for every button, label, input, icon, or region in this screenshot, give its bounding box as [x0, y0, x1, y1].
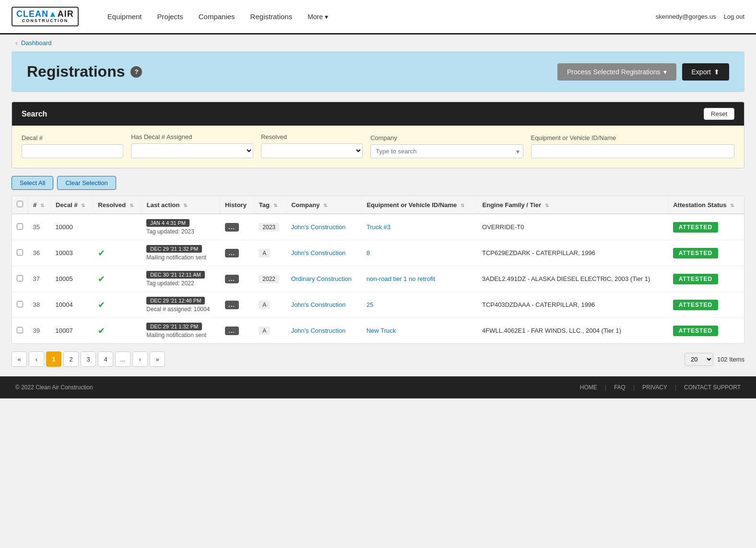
table-row: 36 10003 ✔ DEC 29 '21 1:32 PM Mailing no… — [12, 240, 744, 266]
resolved-label: Resolved — [261, 133, 363, 140]
select-all-checkbox[interactable] — [17, 201, 23, 207]
equipment-link[interactable]: non-road tier 1 no retrofit — [366, 275, 435, 282]
last-action-date: DEC 29 '21 1:32 PM — [146, 245, 202, 253]
company-label: Company — [370, 134, 523, 141]
last-action-text: Decal # assigned: 10004 — [146, 306, 210, 313]
equipment-field: Equipment or Vehicle ID/Name — [531, 134, 734, 158]
row-tag: 2023 — [254, 214, 286, 240]
company-link[interactable]: John's Construction — [291, 223, 346, 231]
breadcrumb-dashboard[interactable]: Dashboard — [21, 39, 52, 47]
nav-registrations[interactable]: Registrations — [250, 12, 293, 21]
nav-projects[interactable]: Projects — [157, 12, 183, 21]
logout-link[interactable]: Log out — [724, 13, 744, 20]
row-last-action: DEC 30 '21 12:11 AM Tag updated: 2022 — [142, 266, 220, 292]
nav-equipment[interactable]: Equipment — [107, 12, 142, 21]
pagination-page-2[interactable]: 2 — [63, 351, 79, 367]
row-history: ... — [220, 266, 254, 292]
col-engine[interactable]: Engine Family / Tier ⇅ — [477, 196, 668, 214]
per-page-wrap: 20 50 100 102 Items — [685, 353, 744, 366]
footer-copyright: © 2022 Clean Air Construction — [15, 384, 93, 391]
row-engine: 3ADEL2.491DZ - ALASKA DIESEL ELECTRIC, 2… — [477, 266, 668, 292]
registrations-table-container: # ⇅ Decal # ⇅ Resolved ⇅ Last action ⇅ H… — [12, 196, 744, 344]
decal-input[interactable] — [22, 144, 123, 158]
last-action-text: Mailing notification sent — [146, 332, 206, 338]
logo[interactable]: CLEAN▲AIR CONSTRUCTION — [12, 7, 79, 27]
footer-home[interactable]: HOME — [580, 384, 597, 391]
decal-field: Decal # — [22, 134, 123, 158]
col-resolved[interactable]: Resolved ⇅ — [93, 196, 142, 214]
col-company[interactable]: Company ⇅ — [286, 196, 362, 214]
company-link[interactable]: Ordinary Construction — [291, 275, 352, 282]
pagination-first[interactable]: « — [12, 351, 27, 367]
equipment-link[interactable]: 25 — [366, 301, 373, 308]
row-checkbox[interactable] — [17, 327, 23, 333]
history-action-badge[interactable]: ... — [225, 223, 239, 232]
row-checkbox[interactable] — [17, 223, 23, 230]
col-decal[interactable]: Decal # ⇅ — [51, 196, 93, 214]
row-checkbox[interactable] — [17, 249, 23, 256]
equipment-link[interactable]: New Truck — [366, 327, 396, 334]
help-icon[interactable]: ? — [130, 66, 142, 78]
col-equipment[interactable]: Equipment or Vehicle ID/Name ⇅ — [362, 196, 477, 214]
resolved-check-icon: ✔ — [98, 326, 105, 336]
last-action-date: JAN 4 4:31 PM — [146, 219, 189, 227]
has-decal-label: Has Decal # Assigned — [131, 133, 253, 140]
row-num: 39 — [28, 318, 51, 344]
row-history: ... — [220, 318, 254, 344]
pagination-page-3[interactable]: 3 — [81, 351, 96, 367]
pagination-prev[interactable]: ‹ — [29, 351, 44, 367]
navbar: CLEAN▲AIR CONSTRUCTION Equipment Project… — [0, 0, 756, 35]
company-input-wrap: ▾ — [370, 144, 523, 158]
equipment-search-input[interactable] — [531, 144, 734, 158]
company-link[interactable]: John's Construction — [291, 327, 346, 334]
has-decal-select[interactable]: Yes No — [131, 143, 253, 158]
row-checkbox[interactable] — [17, 275, 23, 281]
row-company: John's Construction — [286, 292, 362, 318]
footer-contact[interactable]: CONTACT SUPPORT — [684, 384, 741, 391]
footer-privacy[interactable]: PRIVACY — [642, 384, 667, 391]
history-action-badge[interactable]: ... — [225, 326, 239, 335]
row-last-action: DEC 29 '21 12:48 PM Decal # assigned: 10… — [142, 292, 220, 318]
company-link[interactable]: John's Construction — [291, 249, 346, 257]
footer-sep-2: | — [633, 384, 635, 391]
row-history: ... — [220, 240, 254, 266]
export-icon: ⬆ — [714, 68, 720, 76]
total-items: 102 Items — [717, 356, 744, 363]
nav-companies[interactable]: Companies — [199, 12, 235, 21]
col-last-action[interactable]: Last action ⇅ — [142, 196, 220, 214]
row-last-action: DEC 29 '21 1:32 PM Mailing notification … — [142, 318, 220, 344]
row-history: ... — [220, 292, 254, 318]
per-page-select[interactable]: 20 50 100 — [685, 353, 713, 366]
equipment-link[interactable]: 8 — [366, 249, 370, 257]
user-email: skennedy@gorges.us — [656, 13, 716, 20]
pagination-page-1[interactable]: 1 — [46, 351, 61, 367]
equipment-link[interactable]: Truck #3 — [366, 223, 390, 231]
pagination-last[interactable]: » — [150, 351, 165, 367]
col-tag[interactable]: Tag ⇅ — [254, 196, 286, 214]
last-action-date: DEC 29 '21 1:32 PM — [146, 323, 202, 330]
row-last-action: DEC 29 '21 1:32 PM Mailing notification … — [142, 240, 220, 266]
pagination-next[interactable]: › — [132, 351, 148, 367]
company-link[interactable]: John's Construction — [291, 301, 346, 308]
table-header-row: # ⇅ Decal # ⇅ Resolved ⇅ Last action ⇅ H… — [12, 196, 744, 214]
history-action-badge[interactable]: ... — [225, 301, 239, 309]
footer-faq[interactable]: FAQ — [614, 384, 626, 391]
col-attestation[interactable]: Attestation Status ⇅ — [668, 196, 744, 214]
export-button[interactable]: Export ⬆ — [682, 63, 729, 81]
row-engine: 4FWLL.4062E1 - FAR WINDS, LLC., 2004 (Ti… — [477, 318, 668, 344]
pagination-page-4[interactable]: 4 — [98, 351, 113, 367]
resolved-select[interactable]: Yes No — [261, 143, 363, 158]
row-company: Ordinary Construction — [286, 266, 362, 292]
col-num[interactable]: # ⇅ — [28, 196, 51, 214]
nav-more[interactable]: More ▾ — [307, 13, 328, 21]
clear-selection-button[interactable]: Clear Selection — [57, 176, 116, 190]
history-action-badge[interactable]: ... — [225, 275, 239, 283]
row-checkbox[interactable] — [17, 301, 23, 307]
history-action-badge[interactable]: ... — [225, 249, 239, 257]
company-search-input[interactable] — [370, 144, 523, 158]
row-decal: 10004 — [51, 292, 93, 318]
select-all-button[interactable]: Select All — [12, 176, 53, 190]
process-registrations-button[interactable]: Process Selected Registrations ▾ — [557, 63, 676, 81]
row-tag: A — [254, 292, 286, 318]
reset-button[interactable]: Reset — [704, 108, 734, 120]
